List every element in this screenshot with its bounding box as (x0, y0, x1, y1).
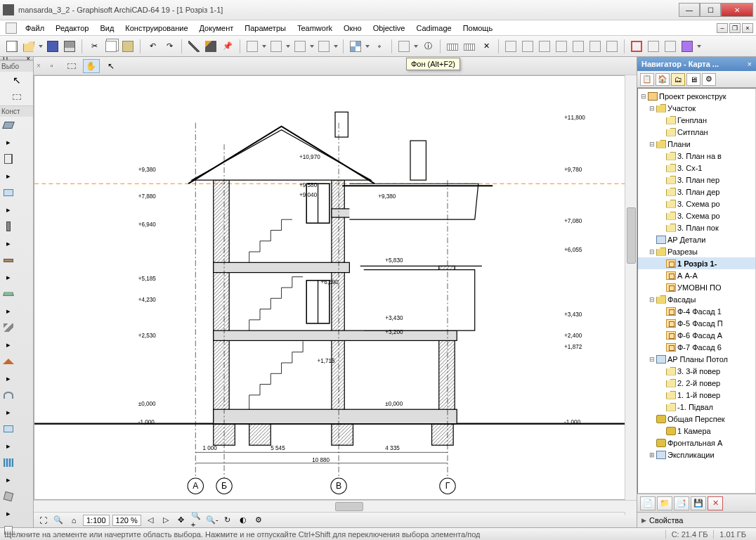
align-2[interactable] (520, 39, 535, 54)
layer-button[interactable] (396, 39, 412, 54)
marquee-tool[interactable] (0, 89, 33, 105)
beam-opt[interactable]: ▸ (0, 269, 17, 285)
paste-button[interactable] (120, 39, 136, 54)
shadows-button[interactable]: ◐ (237, 515, 249, 526)
slab-opt[interactable]: ▸ (0, 302, 17, 319)
zoom-prev[interactable]: ◁ (144, 515, 157, 526)
marker-button[interactable] (663, 39, 678, 54)
open-dropdown[interactable] (38, 39, 44, 54)
orbit-button[interactable]: ↻ (221, 515, 234, 526)
zoom-sel-button[interactable]: 🔍 (52, 515, 65, 526)
align-3[interactable] (537, 39, 552, 54)
align-4[interactable] (554, 39, 569, 54)
beam-tool[interactable] (0, 252, 17, 269)
menu-edit[interactable]: Редактор (50, 22, 94, 34)
shell-opt[interactable]: ▸ (0, 404, 17, 420)
align-6[interactable] (587, 39, 603, 54)
open-button[interactable] (21, 39, 37, 54)
settings-icon[interactable]: ⚙ (252, 515, 265, 526)
zoom-display[interactable]: 120 % (112, 515, 141, 526)
snap1-button[interactable] (245, 39, 260, 54)
trace-ref-button[interactable] (646, 39, 661, 54)
door-tool[interactable] (0, 150, 17, 167)
skylight-opt[interactable]: ▸ (0, 437, 17, 454)
nav-properties-header[interactable]: ▶Свойства (637, 512, 756, 527)
mode-cursor[interactable]: ↖ (103, 59, 119, 73)
menu-objective[interactable]: Objective (367, 22, 411, 34)
navigator-tree[interactable]: ⊟Проект реконструк ⊟Участок Генплан Ситп… (637, 88, 756, 494)
snap2-button[interactable] (268, 39, 284, 54)
zoom-in-button[interactable]: 🔍+ (190, 515, 203, 526)
wall-opt[interactable]: ▸ (0, 134, 17, 150)
snap4-button[interactable] (316, 39, 332, 54)
curtain-opt[interactable]: ▸ (0, 471, 17, 488)
nav-delete[interactable]: ✕ (708, 496, 723, 510)
fit-window-button[interactable]: ⛶ (37, 515, 49, 526)
column-opt[interactable]: ▸ (0, 235, 17, 252)
snap3-button[interactable] (292, 39, 308, 54)
horizontal-scrollbar[interactable] (34, 500, 637, 512)
copy-button[interactable] (103, 39, 119, 54)
3d-dropdown[interactable] (696, 39, 702, 54)
roof-tool[interactable] (0, 353, 17, 370)
column-tool[interactable] (0, 218, 17, 235)
arrow-tool[interactable]: ↖ (0, 72, 33, 89)
3d-button[interactable] (679, 39, 695, 54)
snap2-dropdown[interactable] (285, 39, 291, 54)
nav-tab-layout[interactable]: 🗂 (671, 73, 685, 86)
menu-cadimage[interactable]: Cadimage (410, 22, 457, 34)
scale-display[interactable]: 1:100 (83, 515, 110, 526)
pin-button[interactable]: 📌 (220, 39, 235, 54)
mode-point[interactable]: ▫ (44, 59, 60, 73)
nav-save-view[interactable]: 💾 (691, 496, 706, 510)
menu-design[interactable]: Конструирование (119, 22, 193, 34)
align-1[interactable] (503, 39, 519, 54)
door-opt[interactable]: ▸ (0, 167, 17, 184)
grid-button[interactable] (348, 39, 363, 54)
menu-document[interactable]: Документ (194, 22, 240, 34)
stair-opt[interactable]: ▸ (0, 336, 17, 353)
window-tool[interactable] (0, 184, 17, 201)
nav-tab-options[interactable]: ⚙ (702, 73, 716, 86)
cut-button[interactable]: ✂ (86, 39, 102, 54)
stair-tool[interactable] (0, 319, 17, 336)
nav-tab-project[interactable]: 📋 (640, 73, 654, 86)
app-menu-icon[interactable] (6, 22, 17, 34)
info-button[interactable]: ⓘ (420, 39, 436, 54)
layer-dropdown[interactable] (413, 39, 419, 54)
snap4-dropdown[interactable] (333, 39, 339, 54)
morph-tool[interactable] (0, 488, 17, 505)
maximize-button[interactable]: ☐ (700, 3, 721, 17)
mode-hand[interactable]: ✋ (83, 59, 100, 73)
mode-area[interactable] (63, 59, 80, 73)
zoom-out-button[interactable]: 🔍- (206, 515, 219, 526)
cross-button[interactable]: ✕ (478, 39, 494, 54)
pan-button[interactable]: ✥ (175, 515, 188, 526)
vertical-scrollbar[interactable] (625, 75, 637, 515)
menu-help[interactable]: Помощь (457, 22, 499, 34)
edit-button[interactable] (203, 39, 219, 54)
grid-dropdown[interactable] (365, 39, 370, 54)
redo-button[interactable]: ↷ (162, 39, 177, 54)
wall-tool[interactable] (0, 117, 17, 134)
nav-tab-publisher[interactable]: 🖥 (686, 73, 700, 86)
menu-options[interactable]: Параметры (239, 22, 292, 34)
zoom-next[interactable]: ▷ (159, 515, 172, 526)
curtain-tool[interactable] (0, 454, 17, 471)
save-button[interactable] (45, 39, 60, 54)
shell-tool[interactable] (0, 387, 17, 404)
canvas-close-icon[interactable]: × (37, 62, 41, 70)
undo-button[interactable]: ↶ (145, 39, 160, 54)
drawing-canvas[interactable]: +9,380+7,880+6,940+5,185+4,230+2,530±0,0… (34, 75, 637, 500)
menu-teamwork[interactable]: Teamwork (292, 22, 338, 34)
menu-file[interactable]: Файл (20, 22, 50, 34)
snap-button[interactable] (372, 39, 387, 54)
align-7[interactable] (604, 39, 620, 54)
find-button[interactable] (186, 39, 202, 54)
menu-window[interactable]: Окно (338, 22, 367, 34)
slab-tool[interactable] (0, 285, 17, 302)
trace-button[interactable] (629, 39, 644, 54)
align-5[interactable] (571, 39, 586, 54)
new-doc-button[interactable] (4, 39, 20, 54)
nav-clone[interactable]: 📑 (674, 496, 689, 510)
